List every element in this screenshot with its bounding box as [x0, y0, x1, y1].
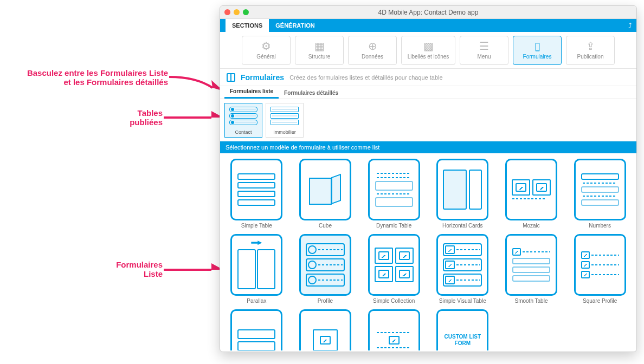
tab-generation[interactable]: GÉNÉRATION [269, 19, 321, 32]
toolbar-structure[interactable]: ▦ Structure [295, 36, 344, 65]
annotation-listforms: Formulaires Liste [98, 260, 163, 278]
upload-icon: ⇪ [586, 41, 595, 51]
template-custom[interactable]: CUSTOM LIST FORM [432, 309, 494, 350]
gear-icon: ⚙ [261, 41, 271, 51]
forms-section-icon [227, 73, 235, 82]
section-subtitle: Créez des formulaires listes et détaillé… [289, 74, 442, 81]
template-mozaic[interactable]: Mozaic [500, 159, 563, 229]
app-window: 4D Mobile App: Contact Demo app SECTIONS… [220, 5, 637, 352]
template-parallax[interactable]: Parallax [226, 234, 288, 304]
template-simple-collection[interactable]: Simple Collection [363, 234, 425, 304]
templates-scroll[interactable]: Simple Table Cube Dynamic Table Horizont… [220, 153, 636, 350]
toolbar-publish[interactable]: ⇪ Publication [566, 36, 615, 65]
table-card-immobilier[interactable]: Immobilier [266, 103, 304, 138]
forms-icon: ▯ [534, 41, 540, 51]
grid-icon: ▩ [423, 41, 434, 51]
arrow-icon [169, 73, 227, 94]
table-thumb [228, 106, 259, 128]
template-horizontal-cards[interactable]: Horizontal Cards [432, 159, 494, 229]
template-simple-visual-table[interactable]: Simple Visual Table [432, 234, 494, 304]
template-smooth-table[interactable]: Smooth Table [500, 234, 563, 304]
section-header: Formulaires Créez des formulaires listes… [220, 69, 636, 86]
toolbar-forms[interactable]: ▯ Formulaires [513, 36, 562, 65]
annotation-switch: Basculez entre les Formulaires Liste et … [5, 68, 168, 87]
globe-icon: ⊕ [368, 41, 377, 51]
titlebar: 4D Mobile App: Contact Demo app [220, 6, 636, 19]
template-profile[interactable]: Profile [294, 234, 357, 304]
tab-form-list[interactable]: Formulaires liste [224, 86, 279, 99]
template-header: Sélectionnez un modèle de formulaire à u… [220, 141, 636, 153]
template-simple-table[interactable]: Simple Table [226, 159, 288, 229]
template-item[interactable] [226, 309, 288, 350]
window-title: 4D Mobile App: Contact Demo app [220, 9, 636, 16]
toolbar-labels[interactable]: ▩ Libellés et icônes [401, 36, 455, 65]
table-thumb [269, 106, 300, 128]
menu-icon: ☰ [479, 41, 489, 51]
toolbar-general[interactable]: ⚙ Général [242, 36, 291, 65]
structure-icon: ▦ [314, 41, 325, 51]
template-dynamic-table[interactable]: Dynamic Table [363, 159, 425, 229]
template-item[interactable] [294, 309, 357, 350]
table-card-contact[interactable]: Contact [224, 103, 262, 138]
arrow-icon [164, 111, 227, 127]
top-tabs: SECTIONS GÉNÉRATION ⤴ [220, 19, 636, 32]
template-item[interactable] [363, 309, 425, 350]
arrow-icon [164, 263, 227, 280]
toolbar-menu[interactable]: ☰ Menu [460, 36, 508, 65]
template-numbers[interactable]: Numbers [569, 159, 631, 229]
form-type-tabs: Formulaires liste Formulaires détaillés [220, 86, 636, 99]
section-title: Formulaires [241, 73, 284, 82]
toolbar: ⚙ Général ▦ Structure ⊕ Données ▩ Libell… [220, 32, 636, 69]
toolbar-data[interactable]: ⊕ Données [348, 36, 397, 65]
template-area: Sélectionnez un modèle de formulaire à u… [220, 141, 636, 350]
template-square-profile[interactable]: Square Profile [569, 234, 631, 304]
share-icon[interactable]: ⤴ [628, 22, 632, 30]
tab-sections[interactable]: SECTIONS [226, 19, 269, 32]
template-cube[interactable]: Cube [294, 159, 357, 229]
tab-form-detail[interactable]: Formulaires détaillés [279, 87, 344, 99]
published-tables: Contact Immobilier [220, 99, 636, 141]
annotation-tables: Tables publiées [98, 108, 163, 127]
templates-grid: Simple Table Cube Dynamic Table Horizont… [226, 159, 631, 350]
